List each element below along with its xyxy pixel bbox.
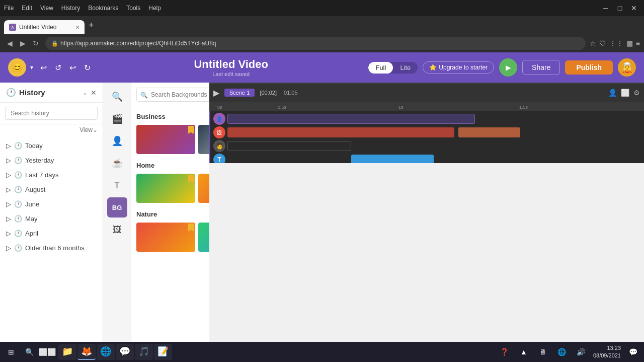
maximize-button[interactable]: □ xyxy=(614,2,626,14)
menu-help[interactable]: Help xyxy=(148,5,161,12)
images-tool-button[interactable]: 🖼 xyxy=(107,220,127,240)
media-tool-button[interactable]: 🎬 xyxy=(107,109,127,129)
share-button[interactable]: Share xyxy=(522,60,560,75)
menu-view[interactable]: View xyxy=(40,5,53,12)
menu-history[interactable]: History xyxy=(61,5,80,12)
start-button[interactable]: ⊞ xyxy=(4,345,18,359)
bg-thumb-nature-1[interactable] xyxy=(136,223,195,252)
history-dropdown-icon[interactable]: ⌄ xyxy=(83,89,88,96)
menu-file[interactable]: File xyxy=(4,5,14,12)
last7-label: Last 7 days xyxy=(25,171,59,179)
bg-orange-block[interactable] xyxy=(458,127,520,137)
undo2-button[interactable]: ↺ xyxy=(52,61,64,75)
bookmark-button[interactable]: ☆ xyxy=(590,39,596,47)
bg-red-block[interactable] xyxy=(227,127,454,137)
chevron-april: ▷ xyxy=(6,230,11,237)
history-icon: 🕐 xyxy=(6,88,16,97)
taskbar-time-display: 13:23 xyxy=(593,344,621,352)
taskbar-app-word[interactable]: 📝 xyxy=(154,344,172,360)
close-button[interactable]: ✕ xyxy=(628,2,640,14)
taskbar-app-explorer[interactable]: 📁 xyxy=(58,344,76,360)
june-label: June xyxy=(25,200,39,208)
props-tool-button[interactable]: ☕ xyxy=(107,153,127,173)
menu-bookmarks[interactable]: Bookmarks xyxy=(88,5,118,12)
tab-favicon: A xyxy=(9,24,16,31)
full-view-button[interactable]: Full xyxy=(368,62,393,74)
system-tray-speaker[interactable]: 🔊 xyxy=(574,345,588,359)
menu-edit[interactable]: Edit xyxy=(22,5,32,12)
history-view-row: View⌄ xyxy=(0,124,103,135)
bg-thumb-home-1[interactable] xyxy=(136,174,195,203)
main-content: 🕐 History ⌄ ✕ View⌄ ▷ 🕐 Today xyxy=(0,83,644,362)
avatar-track-block[interactable] xyxy=(227,114,475,124)
bg-track-icon: 🖼 xyxy=(213,126,225,138)
timeline-avatar-icon[interactable]: 👤 xyxy=(608,89,617,97)
bg-thumb-business-1[interactable] xyxy=(136,125,195,154)
timeline-settings-icon[interactable]: ⚙ xyxy=(633,89,640,97)
search-tool-button[interactable]: 🔍 xyxy=(107,87,127,107)
timeline-time-label: [00:02] xyxy=(260,90,277,96)
search-button[interactable]: 🔍 xyxy=(22,345,36,359)
taskbar-app-chrome[interactable]: 🌐 xyxy=(97,344,115,360)
system-tray-help[interactable]: ❓ xyxy=(498,345,512,359)
menu-bar: File Edit View History Bookmarks Tools H… xyxy=(4,5,161,12)
bg-thumb-home-2[interactable] xyxy=(198,174,210,203)
browser-actions: ☆ 🛡 ⋮⋮ ▦ ≡ xyxy=(590,39,640,47)
upgrade-button[interactable]: ⭐ Upgrade to starter xyxy=(423,61,494,74)
history-view-button[interactable]: View⌄ xyxy=(79,126,98,133)
user-avatar-right[interactable]: 🧝 xyxy=(618,58,636,77)
publish-button[interactable]: Publish xyxy=(565,60,613,75)
menu-dots-button[interactable]: ≡ xyxy=(636,39,640,47)
chevron-june: ▷ xyxy=(6,200,11,208)
undo-redo-controls: ↩ ↺ ↩ ↻ xyxy=(37,61,94,75)
url-bar[interactable]: 🔒 https://app.animaker.com/editproject/Q… xyxy=(45,37,586,50)
shield-icon[interactable]: 🛡 xyxy=(599,39,606,47)
character-tool-button[interactable]: 👤 xyxy=(107,131,127,151)
timeline-play-button[interactable]: ▶ xyxy=(213,88,219,98)
forward-button[interactable]: ▶ xyxy=(17,38,28,49)
history-close-button[interactable]: ✕ xyxy=(91,89,97,97)
redo-button[interactable]: ↩ xyxy=(66,61,79,75)
text-tool-button[interactable]: T xyxy=(107,175,127,195)
menu-tools[interactable]: Tools xyxy=(126,5,140,12)
active-tab[interactable]: A Untitled Video ✕ xyxy=(4,20,85,34)
redo2-button[interactable]: ↻ xyxy=(81,61,94,75)
taskbar-app-whatsapp[interactable]: 💬 xyxy=(116,344,134,360)
history-search-input[interactable] xyxy=(5,107,98,120)
bg-thumb-business-2[interactable] xyxy=(198,125,210,154)
lite-view-button[interactable]: Lite xyxy=(393,62,418,74)
avatar-icon: 👤 xyxy=(216,116,222,122)
category-home-grid xyxy=(136,174,209,203)
reload-button[interactable]: ↻ xyxy=(30,38,41,49)
extensions-button[interactable]: ⋮⋮ xyxy=(609,39,623,47)
new-tab-button[interactable]: + xyxy=(85,20,98,31)
bg-thumb-nature-2[interactable] xyxy=(198,223,210,252)
tab-close-button[interactable]: ✕ xyxy=(75,25,79,30)
background-tool-button[interactable]: BG xyxy=(107,197,127,218)
chevron-may: ▷ xyxy=(6,215,11,223)
task-view-button[interactable]: ⬜⬜ xyxy=(40,345,54,359)
dropdown-chevron-icon[interactable]: ▾ xyxy=(30,64,33,71)
sidebar-browser-button[interactable]: ▦ xyxy=(626,39,633,47)
undo-button[interactable]: ↩ xyxy=(37,61,50,75)
timeline-icons: 👤 ⬜ ⚙ xyxy=(608,89,640,97)
header-left: 😊 ▾ ↩ ↺ ↩ ↻ xyxy=(8,58,94,77)
timeline-media-icon[interactable]: ⬜ xyxy=(621,89,629,97)
notification-button[interactable]: 💬 xyxy=(626,345,640,359)
char-block[interactable] xyxy=(227,141,351,151)
history-group-may: ▷ 🕐 May xyxy=(0,210,103,225)
system-tray-up[interactable]: ▲ xyxy=(517,345,531,359)
back-button[interactable]: ◀ xyxy=(4,38,15,49)
category-home-title: Home xyxy=(136,162,154,169)
system-tray-network[interactable]: 🌐 xyxy=(555,345,569,359)
user-avatar[interactable]: 😊 xyxy=(8,58,26,77)
taskbar-app-firefox[interactable]: 🦊 xyxy=(77,344,96,360)
text1-block[interactable] xyxy=(351,155,434,163)
taskbar-app-spotify[interactable]: 🎵 xyxy=(135,344,153,360)
system-tray-usb[interactable]: 🖥 xyxy=(536,345,550,359)
header-center: Untitled Video Last edit saved xyxy=(100,58,362,77)
bg-track-content xyxy=(227,127,640,137)
time-icon-august: 🕐 xyxy=(14,186,22,193)
minimize-button[interactable]: ─ xyxy=(600,2,612,14)
play-button[interactable]: ▶ xyxy=(499,58,517,77)
